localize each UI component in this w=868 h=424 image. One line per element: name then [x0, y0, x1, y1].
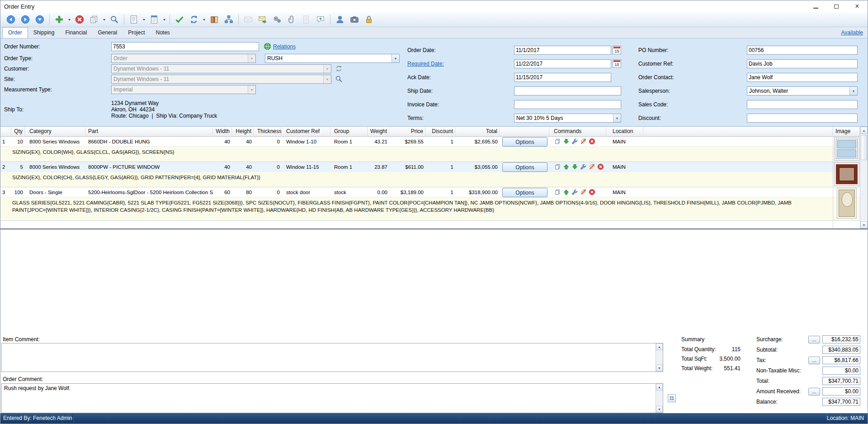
- terms-combo[interactable]: Net 30 10% 5 Days▼: [514, 114, 621, 123]
- nav-down-button[interactable]: [33, 13, 47, 26]
- grid-scrollbar[interactable]: ▲ ▼: [860, 127, 868, 229]
- price-line-icon[interactable]: [580, 188, 587, 196]
- col-header-price[interactable]: Price: [391, 127, 425, 137]
- order-document-button[interactable]: [299, 13, 313, 26]
- relations-link[interactable]: Relations: [273, 43, 296, 50]
- order-contact-input[interactable]: [747, 73, 858, 82]
- table-row[interactable]: 2 5 8000 Series Windows 8000PW - PICTURE…: [0, 162, 860, 172]
- required-date-input[interactable]: [514, 59, 611, 68]
- scroll-up-button[interactable]: ▲: [656, 343, 663, 350]
- comment-scrollbar[interactable]: ▲▼: [656, 343, 663, 372]
- customer-refresh-icon[interactable]: [335, 65, 343, 72]
- price-line-icon[interactable]: [588, 163, 596, 171]
- surcharge-value[interactable]: [822, 335, 860, 343]
- move-line-down-icon[interactable]: [571, 163, 579, 171]
- order-comment-box[interactable]: Rush request by Jane Wolf. ▲▼: [1, 383, 663, 413]
- table-row[interactable]: 3 100 Doors - Single 5200-Heirlooms-SglD…: [0, 187, 860, 197]
- attachments-button[interactable]: [285, 13, 298, 26]
- ack-date-input[interactable]: [514, 73, 611, 82]
- scroll-up-button[interactable]: ▲: [656, 384, 663, 391]
- picture-window-thumbnail[interactable]: [834, 162, 859, 186]
- table-row[interactable]: 1 10 8000 Series Windows 8660DH - DOUBLE…: [0, 137, 860, 147]
- row-number[interactable]: 2: [0, 162, 11, 172]
- amount-received-value[interactable]: [822, 387, 860, 395]
- col-header-thickness[interactable]: Thickness: [255, 127, 282, 137]
- copy-line-icon[interactable]: [554, 138, 561, 145]
- order-date-calendar-button[interactable]: 15: [613, 46, 621, 54]
- invoice-date-input[interactable]: [514, 100, 621, 109]
- col-header-group[interactable]: Group: [332, 127, 368, 137]
- delete-line-icon[interactable]: [588, 188, 596, 196]
- discount-input[interactable]: [747, 114, 858, 123]
- col-header-customer-ref[interactable]: Customer Ref: [284, 127, 330, 137]
- minimize-button[interactable]: [808, 0, 823, 12]
- document-view-dropdown[interactable]: ▼: [162, 13, 167, 26]
- delete-line-icon[interactable]: [588, 138, 596, 145]
- total-value[interactable]: [822, 377, 860, 385]
- edit-line-icon[interactable]: [571, 138, 579, 145]
- customer-combo[interactable]: Dynamet Windows - 11▼: [111, 64, 331, 73]
- validate-order-button[interactable]: [173, 13, 186, 26]
- scroll-down-button[interactable]: ▼: [860, 221, 868, 229]
- new-order-button[interactable]: [52, 13, 66, 26]
- email-order-button[interactable]: [241, 13, 255, 26]
- comment-zoom-button[interactable]: [668, 394, 676, 402]
- tab-general[interactable]: General: [92, 28, 123, 38]
- measurement-type-combo[interactable]: Imperial▼: [111, 85, 256, 94]
- site-search-icon[interactable]: [335, 75, 343, 83]
- price-line-icon[interactable]: [580, 138, 587, 145]
- col-header-discount[interactable]: Discount: [427, 127, 455, 137]
- order-report-button[interactable]: [127, 13, 141, 26]
- col-header-qty[interactable]: Qty: [11, 127, 25, 137]
- item-comment-box[interactable]: ▲▼: [1, 343, 663, 372]
- tab-project[interactable]: Project: [123, 28, 150, 38]
- lock-order-button[interactable]: [362, 13, 376, 26]
- row-number[interactable]: 1: [0, 137, 11, 146]
- copy-line-icon[interactable]: [554, 188, 561, 196]
- tab-shipping[interactable]: Shipping: [28, 28, 60, 38]
- sales-code-input[interactable]: [747, 100, 858, 109]
- close-button[interactable]: ×: [849, 0, 865, 12]
- priority-combo[interactable]: RUSH▼: [265, 54, 400, 63]
- options-button[interactable]: Options: [502, 188, 547, 197]
- balance-value[interactable]: [822, 398, 860, 406]
- price-book-button[interactable]: [208, 13, 221, 26]
- available-link[interactable]: Available: [841, 29, 863, 36]
- delete-line-icon[interactable]: [597, 163, 604, 171]
- tax-more-button[interactable]: ...: [808, 357, 820, 364]
- order-date-input[interactable]: [514, 46, 611, 55]
- col-header-commands[interactable]: Commands: [552, 127, 606, 137]
- new-order-dropdown[interactable]: ▼: [67, 13, 72, 26]
- required-date-link[interactable]: Required Date:: [407, 61, 444, 67]
- customer-contact-button[interactable]: [333, 13, 347, 26]
- tab-financial[interactable]: Financial: [60, 28, 92, 38]
- nontaxable-misc-value[interactable]: [822, 367, 860, 375]
- col-header-category[interactable]: Category: [28, 127, 85, 137]
- copy-line-icon[interactable]: [554, 163, 561, 171]
- scroll-down-button[interactable]: ▼: [656, 365, 663, 372]
- edit-line-icon[interactable]: [571, 188, 579, 196]
- order-type-combo[interactable]: Order▼: [111, 54, 256, 63]
- order-workflow-button[interactable]: [222, 13, 236, 26]
- move-line-down-icon[interactable]: [562, 138, 570, 145]
- col-header-total[interactable]: Total: [457, 127, 500, 137]
- send-order-button[interactable]: [256, 13, 269, 26]
- comment-scrollbar[interactable]: ▲▼: [656, 384, 663, 413]
- tax-value[interactable]: [822, 356, 860, 364]
- customer-ref-input[interactable]: [747, 59, 858, 68]
- po-number-input[interactable]: [747, 46, 858, 55]
- edit-line-icon[interactable]: [580, 163, 587, 171]
- tab-order[interactable]: Order: [2, 27, 28, 38]
- process-settings-button[interactable]: [270, 13, 284, 26]
- amount-received-more-button[interactable]: ...: [808, 388, 820, 395]
- nav-forward-button[interactable]: [19, 13, 32, 26]
- scroll-up-button[interactable]: ▲: [860, 127, 868, 134]
- recalculate-order-button[interactable]: [187, 13, 201, 26]
- site-combo[interactable]: Dynamet Windows - 11▼: [111, 75, 331, 84]
- surcharge-more-button[interactable]: ...: [808, 336, 820, 343]
- document-view-button[interactable]: [147, 13, 161, 26]
- col-header-part[interactable]: Part: [86, 127, 213, 137]
- add-comment-button[interactable]: [314, 13, 327, 26]
- order-number-input[interactable]: [111, 42, 259, 51]
- subtotal-value[interactable]: [822, 346, 860, 354]
